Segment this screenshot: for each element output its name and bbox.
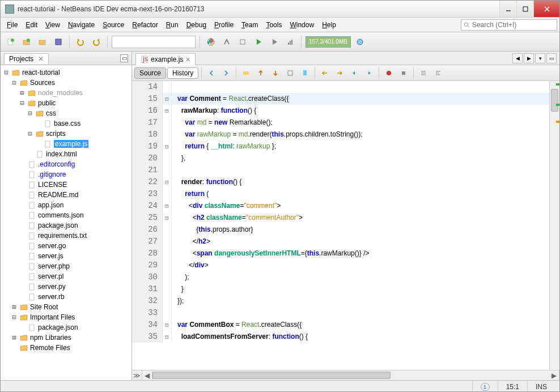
prev-bookmark-button[interactable]: [318, 66, 332, 80]
line-number[interactable]: 18: [132, 129, 163, 140]
menu-view[interactable]: View: [41, 19, 64, 31]
tree-expander[interactable]: ⊞: [11, 334, 18, 342]
comment-button[interactable]: [417, 66, 430, 80]
close-tab-icon[interactable]: ✕: [185, 56, 190, 63]
line-number[interactable]: 34: [132, 319, 163, 331]
profile-button[interactable]: [283, 35, 297, 49]
open-project-button[interactable]: [36, 35, 49, 49]
code-line[interactable]: </div>: [172, 259, 209, 271]
notification-badge[interactable]: 1: [481, 383, 490, 391]
fold-toggle[interactable]: [163, 129, 172, 140]
project-tree[interactable]: ⊟react-tutorial⊟Sources⊞node_modules⊟pub…: [1, 65, 131, 380]
window-close-button[interactable]: [533, 1, 559, 17]
fold-toggle[interactable]: [163, 271, 172, 283]
code-line[interactable]: });: [172, 295, 184, 307]
tree-item[interactable]: server.php: [1, 261, 131, 271]
tree-item[interactable]: LICENSE: [1, 180, 131, 190]
line-number[interactable]: 24: [132, 200, 163, 212]
quick-search-box[interactable]: [461, 19, 557, 31]
uncomment-button[interactable]: [431, 66, 445, 80]
new-file-button[interactable]: [4, 35, 18, 49]
fold-toggle[interactable]: ⊟: [163, 105, 172, 117]
line-number[interactable]: 30: [132, 271, 163, 283]
tree-expander[interactable]: ⊟: [27, 109, 33, 117]
redo-button[interactable]: [90, 35, 103, 49]
menu-refactor[interactable]: Refactor: [128, 19, 162, 31]
tree-item[interactable]: ⊟css: [1, 108, 131, 118]
scrollbar-thumb[interactable]: [152, 372, 391, 379]
code-line[interactable]: [172, 81, 177, 93]
line-number[interactable]: 20: [132, 152, 163, 164]
tree-item[interactable]: example.js: [1, 139, 131, 149]
tree-expander[interactable]: ⊟: [11, 79, 18, 87]
fold-toggle[interactable]: [163, 164, 172, 176]
source-view-button[interactable]: Source: [134, 67, 166, 79]
fold-toggle[interactable]: [163, 81, 172, 93]
window-maximize-button[interactable]: [516, 1, 533, 17]
history-view-button[interactable]: History: [167, 67, 198, 79]
fold-toggle[interactable]: [163, 307, 172, 319]
code-line[interactable]: <div className="comment">: [172, 200, 281, 212]
tree-item[interactable]: requirements.txt: [1, 231, 131, 241]
new-project-button[interactable]: [20, 35, 33, 49]
menu-window[interactable]: Window: [286, 19, 318, 31]
clean-build-button[interactable]: [236, 35, 249, 49]
code-line[interactable]: var md = new Remarkable();: [172, 117, 273, 129]
tree-item[interactable]: server.py: [1, 282, 131, 292]
error-stripe-mark[interactable]: [556, 121, 559, 123]
line-number[interactable]: 17: [132, 117, 163, 129]
menu-profile[interactable]: Profile: [210, 19, 237, 31]
menu-file[interactable]: File: [3, 19, 22, 31]
build-button[interactable]: [220, 35, 234, 49]
save-all-button[interactable]: [52, 35, 65, 49]
breadcrumb-icon[interactable]: ≫: [132, 370, 142, 380]
line-number[interactable]: 23: [132, 188, 163, 200]
file-tab-example-js[interactable]: js example.js ✕: [135, 53, 196, 65]
tree-expander[interactable]: ⊞: [11, 303, 18, 311]
tree-item[interactable]: Remote Files: [1, 343, 131, 353]
fold-toggle[interactable]: [163, 236, 172, 248]
tree-expander[interactable]: ⊟: [19, 99, 26, 107]
line-number[interactable]: 16: [132, 105, 163, 117]
tree-item[interactable]: index.html: [1, 149, 131, 159]
fold-toggle[interactable]: [163, 259, 172, 271]
code-line[interactable]: [172, 307, 177, 319]
code-line[interactable]: rawMarkup: function() {: [172, 105, 256, 117]
line-number[interactable]: 32: [132, 295, 163, 307]
tab-list-button[interactable]: ▾: [535, 53, 545, 63]
fold-toggle[interactable]: ⊟: [163, 319, 172, 331]
close-icon[interactable]: ✕: [36, 55, 43, 63]
tree-item[interactable]: server.js: [1, 251, 131, 261]
code-line[interactable]: <h2 className="commentAuthor">: [172, 212, 303, 224]
run-button[interactable]: [252, 35, 265, 49]
code-line[interactable]: );: [172, 271, 189, 283]
horizontal-scrollbar[interactable]: ≫ ◀ ▶: [132, 370, 559, 380]
menu-debug[interactable]: Debug: [183, 19, 210, 31]
menu-tools[interactable]: Tools: [262, 19, 286, 31]
tree-item[interactable]: ⊟scripts: [1, 129, 131, 139]
tree-item[interactable]: ⊟react-tutorial: [1, 67, 131, 78]
fold-toggle[interactable]: ⊟: [163, 200, 172, 212]
tree-expander[interactable]: ⊟: [27, 130, 33, 138]
panel-minimize-button[interactable]: ▭: [120, 54, 128, 62]
projects-tab[interactable]: Projects ✕: [4, 53, 49, 64]
tab-scroll-right-button[interactable]: ▶: [524, 53, 534, 63]
tree-item[interactable]: package.json: [1, 220, 131, 231]
code-line[interactable]: render: function() {: [172, 176, 241, 188]
quick-search-input[interactable]: [472, 21, 554, 29]
tree-item[interactable]: README.md: [1, 190, 131, 200]
line-number[interactable]: 19: [132, 140, 163, 152]
tree-item[interactable]: comments.json: [1, 210, 131, 220]
line-number[interactable]: 33: [132, 307, 163, 319]
tree-item[interactable]: ⊞node_modules: [1, 88, 131, 98]
code-line[interactable]: {this.props.author}: [172, 224, 253, 236]
menu-navigate[interactable]: Navigate: [64, 19, 99, 31]
error-stripe-mark[interactable]: [556, 104, 559, 106]
tree-item[interactable]: server.go: [1, 241, 131, 251]
memory-gauge[interactable]: 157.3/401.0MB: [306, 36, 351, 48]
line-number[interactable]: 31: [132, 283, 163, 295]
menu-help[interactable]: Help: [318, 19, 340, 31]
line-number[interactable]: 26: [132, 224, 163, 236]
undo-button[interactable]: [74, 35, 87, 49]
tree-item[interactable]: .editorconfig: [1, 159, 131, 169]
